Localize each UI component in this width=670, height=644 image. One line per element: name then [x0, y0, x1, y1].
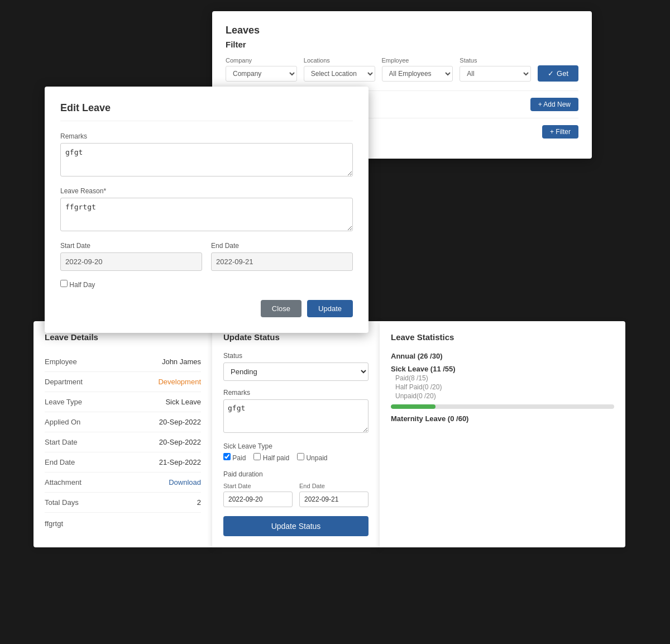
leave-statistics-title: Leave Statistics: [391, 332, 614, 342]
applied-on-row: Applied On 20-Sep-2022: [45, 412, 201, 432]
paid-end-date-label: End Date: [299, 483, 368, 489]
status-select[interactable]: All: [460, 66, 531, 82]
paid-end-date-input[interactable]: [299, 492, 368, 507]
company-select[interactable]: Company: [226, 66, 297, 82]
unpaid-sub: Unpaid(0 /20): [391, 392, 614, 400]
sick-leave-progress-bar-fill: [391, 404, 436, 409]
half-day-group: Half Day: [60, 280, 353, 289]
paid-end-date-field: End Date: [299, 483, 368, 507]
end-date-detail-label: End Date: [45, 458, 75, 466]
employee-row: Employee John James: [45, 352, 201, 372]
sick-leave-type-group: Sick Leave Type Paid Half paid Unpaid: [223, 442, 368, 465]
modal-actions: Close Update: [60, 300, 353, 317]
filter-title: Filter: [226, 40, 578, 49]
locations-select[interactable]: Select Location: [304, 66, 375, 82]
leave-details-panel: Leave Details Employee John James Depart…: [34, 321, 212, 547]
applied-on-detail-label: Applied On: [45, 418, 80, 426]
dates-row: Start Date End Date: [60, 242, 353, 280]
locations-field: Locations Select Location: [304, 57, 375, 82]
check-icon: ✓: [548, 69, 554, 78]
half-day-checkbox[interactable]: [60, 280, 68, 287]
paid-start-date-input[interactable]: [223, 492, 293, 507]
end-date-group: End Date: [211, 242, 353, 271]
paid-start-date-field: Start Date: [223, 483, 293, 507]
start-date-detail-label: Start Date: [45, 438, 78, 446]
maternity-stat: Maternity Leave (0 /60): [391, 414, 614, 423]
download-link[interactable]: Download: [169, 478, 201, 486]
leaves-title: Leaves: [226, 25, 578, 36]
leave-type-detail-label: Leave Type: [45, 398, 82, 406]
leave-type-row: Leave Type Sick Leave: [45, 392, 201, 412]
remarks-us-field: Remarks gfgt: [223, 389, 368, 435]
employee-label: Employee: [382, 57, 453, 64]
paid-duration-group: Paid duration Start Date End Date: [223, 470, 368, 507]
leave-reason-group: Leave Reason* ffgrtgt: [60, 187, 353, 233]
start-date-label: Start Date: [60, 242, 202, 250]
sick-leave-type-label: Sick Leave Type: [223, 442, 368, 450]
end-date-detail-value: 21-Sep-2022: [159, 458, 201, 466]
total-days-row: Total Days 2: [45, 493, 201, 513]
annual-label: Annual (26 /30): [391, 352, 614, 360]
filter-button[interactable]: + Filter: [542, 125, 578, 139]
update-button[interactable]: Update: [307, 300, 353, 317]
end-date-input[interactable]: [211, 252, 353, 271]
remarks-label: Remarks: [60, 132, 353, 140]
update-status-panel: Update Status Status Pending Remarks gfg…: [212, 321, 380, 547]
start-date-detail-value: 20-Sep-2022: [159, 438, 201, 446]
update-status-title: Update Status: [223, 332, 368, 342]
edit-leave-title: Edit Leave: [60, 102, 353, 121]
sick-leave-stat: Sick Leave (11 /55) Paid(8 /15) Half Pai…: [391, 365, 614, 400]
half-paid-sub: Half Paid(0 /20): [391, 383, 614, 391]
applied-on-detail-value: 20-Sep-2022: [159, 418, 201, 426]
leave-statistics-panel: Leave Statistics Annual (26 /30) Sick Le…: [380, 321, 625, 547]
attachment-row: Attachment Download: [45, 473, 201, 493]
remarks-us-textarea[interactable]: gfgt: [223, 399, 368, 433]
half-day-label[interactable]: Half Day: [60, 280, 353, 289]
leave-note: ffgrtgt: [45, 519, 201, 528]
company-label: Company: [226, 57, 297, 64]
remarks-textarea[interactable]: gfgt: [60, 143, 353, 176]
half-paid-checkbox-label[interactable]: Half paid: [253, 453, 289, 462]
add-new-button[interactable]: + Add New: [530, 98, 578, 111]
remarks-group: Remarks gfgt: [60, 132, 353, 178]
start-date-input[interactable]: [60, 252, 202, 271]
status-us-select[interactable]: Pending: [223, 362, 368, 381]
status-field: Status All: [460, 57, 531, 82]
total-days-detail-label: Total Days: [45, 498, 79, 507]
end-date-row: End Date 21-Sep-2022: [45, 452, 201, 473]
bottom-section: Leave Details Employee John James Depart…: [34, 321, 625, 547]
sick-leave-progress-bar-wrap: [391, 404, 614, 409]
paid-start-date-label: Start Date: [223, 483, 293, 489]
paid-checkbox[interactable]: [223, 453, 231, 460]
department-row: Department Development: [45, 372, 201, 392]
leave-details-title: Leave Details: [45, 332, 201, 342]
sick-leave-label: Sick Leave (11 /55): [391, 365, 614, 373]
leave-type-detail-value: Sick Leave: [165, 398, 201, 406]
leave-reason-label: Leave Reason*: [60, 187, 353, 195]
sick-leave-checkboxes: Paid Half paid Unpaid: [223, 453, 368, 465]
status-label: Status: [460, 57, 531, 64]
locations-label: Locations: [304, 57, 375, 64]
filter-row: Company Company Locations Select Locatio…: [226, 57, 578, 82]
unpaid-checkbox[interactable]: [297, 453, 304, 460]
paid-checkbox-label[interactable]: Paid: [223, 453, 246, 462]
update-status-button[interactable]: Update Status: [223, 516, 368, 536]
total-days-detail-value: 2: [197, 498, 201, 507]
half-paid-checkbox[interactable]: [253, 453, 261, 460]
unpaid-checkbox-label[interactable]: Unpaid: [297, 453, 327, 462]
employee-detail-label: Employee: [45, 357, 77, 366]
paid-duration-dates: Start Date End Date: [223, 483, 368, 507]
company-field: Company Company: [226, 57, 297, 82]
annual-stat: Annual (26 /30): [391, 352, 614, 360]
employee-select[interactable]: All Employees: [382, 66, 453, 82]
department-detail-label: Department: [45, 378, 83, 386]
attachment-detail-label: Attachment: [45, 478, 82, 486]
leave-reason-textarea[interactable]: ffgrtgt: [60, 198, 353, 231]
start-date-row: Start Date 20-Sep-2022: [45, 432, 201, 452]
remarks-us-label: Remarks: [223, 389, 368, 397]
employee-field: Employee All Employees: [382, 57, 453, 82]
get-button[interactable]: ✓ Get: [538, 65, 578, 82]
status-us-label: Status: [223, 352, 368, 360]
close-button[interactable]: Close: [261, 300, 302, 317]
paid-duration-label: Paid duration: [223, 470, 368, 478]
